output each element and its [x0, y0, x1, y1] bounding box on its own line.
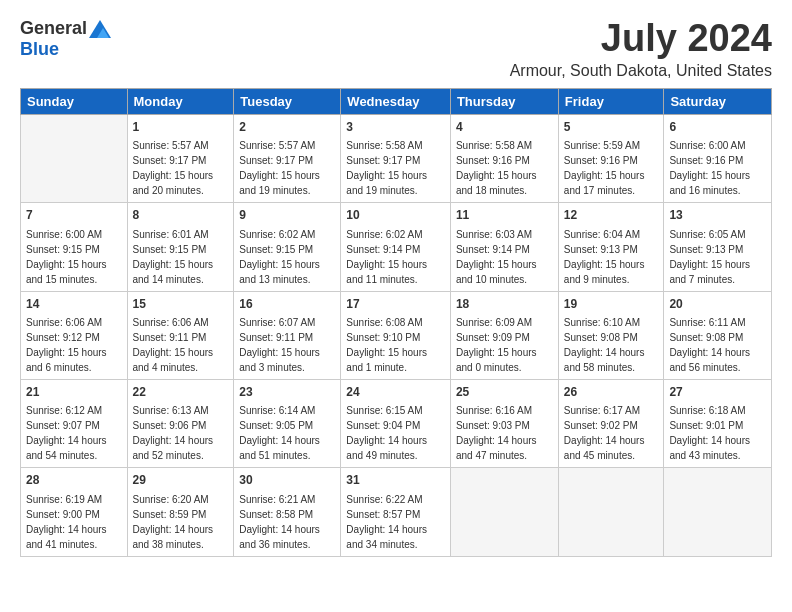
day-info: Sunrise: 6:21 AM Sunset: 8:58 PM Dayligh…	[239, 492, 335, 552]
table-row: 10Sunrise: 6:02 AM Sunset: 9:14 PM Dayli…	[341, 203, 451, 291]
day-info: Sunrise: 6:04 AM Sunset: 9:13 PM Dayligh…	[564, 227, 659, 287]
subtitle: Armour, South Dakota, United States	[510, 62, 772, 80]
day-number: 22	[133, 384, 229, 401]
day-number: 4	[456, 119, 553, 136]
col-tuesday: Tuesday	[234, 88, 341, 114]
day-number: 2	[239, 119, 335, 136]
calendar-week-3: 14Sunrise: 6:06 AM Sunset: 9:12 PM Dayli…	[21, 291, 772, 379]
table-row: 31Sunrise: 6:22 AM Sunset: 8:57 PM Dayli…	[341, 468, 451, 556]
day-number: 17	[346, 296, 445, 313]
col-friday: Friday	[558, 88, 664, 114]
calendar-week-5: 28Sunrise: 6:19 AM Sunset: 9:00 PM Dayli…	[21, 468, 772, 556]
logo-blue: Blue	[20, 39, 59, 60]
table-row: 3Sunrise: 5:58 AM Sunset: 9:17 PM Daylig…	[341, 114, 451, 202]
day-info: Sunrise: 6:09 AM Sunset: 9:09 PM Dayligh…	[456, 315, 553, 375]
day-number: 9	[239, 207, 335, 224]
day-info: Sunrise: 6:05 AM Sunset: 9:13 PM Dayligh…	[669, 227, 766, 287]
calendar-header-row: Sunday Monday Tuesday Wednesday Thursday…	[21, 88, 772, 114]
day-info: Sunrise: 6:07 AM Sunset: 9:11 PM Dayligh…	[239, 315, 335, 375]
logo: General Blue	[20, 18, 111, 60]
day-number: 27	[669, 384, 766, 401]
day-number: 23	[239, 384, 335, 401]
table-row: 17Sunrise: 6:08 AM Sunset: 9:10 PM Dayli…	[341, 291, 451, 379]
table-row: 12Sunrise: 6:04 AM Sunset: 9:13 PM Dayli…	[558, 203, 664, 291]
day-number: 10	[346, 207, 445, 224]
day-info: Sunrise: 6:19 AM Sunset: 9:00 PM Dayligh…	[26, 492, 122, 552]
day-info: Sunrise: 6:11 AM Sunset: 9:08 PM Dayligh…	[669, 315, 766, 375]
table-row	[21, 114, 128, 202]
table-row: 29Sunrise: 6:20 AM Sunset: 8:59 PM Dayli…	[127, 468, 234, 556]
day-number: 12	[564, 207, 659, 224]
day-number: 6	[669, 119, 766, 136]
day-info: Sunrise: 5:57 AM Sunset: 9:17 PM Dayligh…	[239, 138, 335, 198]
day-number: 24	[346, 384, 445, 401]
day-info: Sunrise: 6:22 AM Sunset: 8:57 PM Dayligh…	[346, 492, 445, 552]
day-number: 1	[133, 119, 229, 136]
day-info: Sunrise: 6:13 AM Sunset: 9:06 PM Dayligh…	[133, 403, 229, 463]
day-number: 19	[564, 296, 659, 313]
logo-general: General	[20, 18, 87, 39]
day-number: 3	[346, 119, 445, 136]
table-row: 30Sunrise: 6:21 AM Sunset: 8:58 PM Dayli…	[234, 468, 341, 556]
logo-icon	[89, 20, 111, 38]
day-info: Sunrise: 6:01 AM Sunset: 9:15 PM Dayligh…	[133, 227, 229, 287]
day-number: 26	[564, 384, 659, 401]
table-row: 26Sunrise: 6:17 AM Sunset: 9:02 PM Dayli…	[558, 379, 664, 467]
table-row: 16Sunrise: 6:07 AM Sunset: 9:11 PM Dayli…	[234, 291, 341, 379]
table-row: 18Sunrise: 6:09 AM Sunset: 9:09 PM Dayli…	[450, 291, 558, 379]
table-row: 27Sunrise: 6:18 AM Sunset: 9:01 PM Dayli…	[664, 379, 772, 467]
day-info: Sunrise: 6:20 AM Sunset: 8:59 PM Dayligh…	[133, 492, 229, 552]
header: General Blue July 2024 Armour, South Dak…	[20, 18, 772, 80]
calendar-week-4: 21Sunrise: 6:12 AM Sunset: 9:07 PM Dayli…	[21, 379, 772, 467]
col-thursday: Thursday	[450, 88, 558, 114]
day-number: 15	[133, 296, 229, 313]
col-wednesday: Wednesday	[341, 88, 451, 114]
day-number: 16	[239, 296, 335, 313]
day-info: Sunrise: 6:00 AM Sunset: 9:15 PM Dayligh…	[26, 227, 122, 287]
day-info: Sunrise: 6:06 AM Sunset: 9:12 PM Dayligh…	[26, 315, 122, 375]
day-info: Sunrise: 6:10 AM Sunset: 9:08 PM Dayligh…	[564, 315, 659, 375]
day-info: Sunrise: 6:15 AM Sunset: 9:04 PM Dayligh…	[346, 403, 445, 463]
page: General Blue July 2024 Armour, South Dak…	[0, 0, 792, 612]
table-row: 23Sunrise: 6:14 AM Sunset: 9:05 PM Dayli…	[234, 379, 341, 467]
day-number: 13	[669, 207, 766, 224]
col-saturday: Saturday	[664, 88, 772, 114]
day-number: 30	[239, 472, 335, 489]
calendar-week-1: 1Sunrise: 5:57 AM Sunset: 9:17 PM Daylig…	[21, 114, 772, 202]
day-number: 8	[133, 207, 229, 224]
main-title: July 2024	[510, 18, 772, 60]
day-number: 21	[26, 384, 122, 401]
table-row: 9Sunrise: 6:02 AM Sunset: 9:15 PM Daylig…	[234, 203, 341, 291]
day-info: Sunrise: 6:00 AM Sunset: 9:16 PM Dayligh…	[669, 138, 766, 198]
table-row: 5Sunrise: 5:59 AM Sunset: 9:16 PM Daylig…	[558, 114, 664, 202]
day-info: Sunrise: 6:08 AM Sunset: 9:10 PM Dayligh…	[346, 315, 445, 375]
table-row: 11Sunrise: 6:03 AM Sunset: 9:14 PM Dayli…	[450, 203, 558, 291]
day-number: 25	[456, 384, 553, 401]
day-info: Sunrise: 6:02 AM Sunset: 9:15 PM Dayligh…	[239, 227, 335, 287]
table-row: 19Sunrise: 6:10 AM Sunset: 9:08 PM Dayli…	[558, 291, 664, 379]
day-number: 5	[564, 119, 659, 136]
day-number: 7	[26, 207, 122, 224]
day-number: 18	[456, 296, 553, 313]
day-info: Sunrise: 5:58 AM Sunset: 9:16 PM Dayligh…	[456, 138, 553, 198]
table-row	[450, 468, 558, 556]
day-number: 14	[26, 296, 122, 313]
day-number: 11	[456, 207, 553, 224]
day-info: Sunrise: 6:12 AM Sunset: 9:07 PM Dayligh…	[26, 403, 122, 463]
day-info: Sunrise: 6:17 AM Sunset: 9:02 PM Dayligh…	[564, 403, 659, 463]
day-number: 28	[26, 472, 122, 489]
day-info: Sunrise: 6:14 AM Sunset: 9:05 PM Dayligh…	[239, 403, 335, 463]
table-row: 24Sunrise: 6:15 AM Sunset: 9:04 PM Dayli…	[341, 379, 451, 467]
day-info: Sunrise: 6:18 AM Sunset: 9:01 PM Dayligh…	[669, 403, 766, 463]
calendar: Sunday Monday Tuesday Wednesday Thursday…	[20, 88, 772, 557]
calendar-week-2: 7Sunrise: 6:00 AM Sunset: 9:15 PM Daylig…	[21, 203, 772, 291]
table-row: 25Sunrise: 6:16 AM Sunset: 9:03 PM Dayli…	[450, 379, 558, 467]
table-row	[664, 468, 772, 556]
day-number: 20	[669, 296, 766, 313]
table-row: 14Sunrise: 6:06 AM Sunset: 9:12 PM Dayli…	[21, 291, 128, 379]
table-row: 4Sunrise: 5:58 AM Sunset: 9:16 PM Daylig…	[450, 114, 558, 202]
table-row: 7Sunrise: 6:00 AM Sunset: 9:15 PM Daylig…	[21, 203, 128, 291]
table-row: 6Sunrise: 6:00 AM Sunset: 9:16 PM Daylig…	[664, 114, 772, 202]
table-row	[558, 468, 664, 556]
table-row: 21Sunrise: 6:12 AM Sunset: 9:07 PM Dayli…	[21, 379, 128, 467]
